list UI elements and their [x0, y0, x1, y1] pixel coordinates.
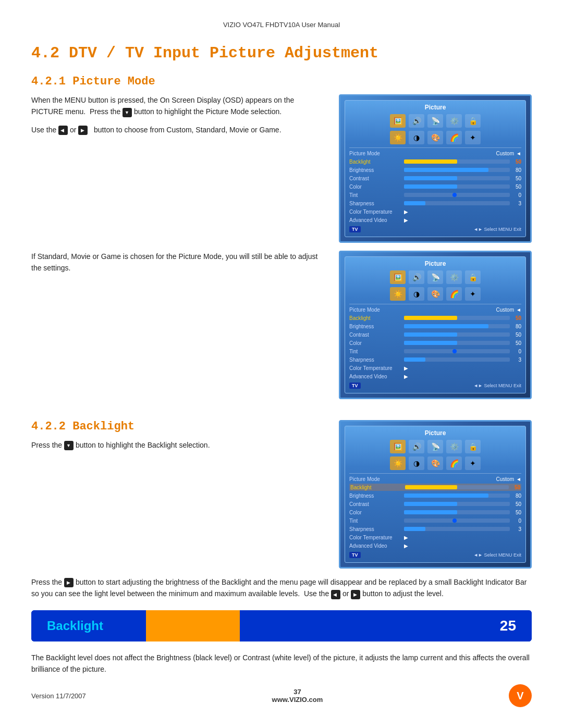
- tv-screen-3: Picture 🖼️ 🔊 📡 ⚙️ 🔒 ☀️ ◑ 🎨 🌈 ✦: [339, 420, 532, 569]
- osd-tnt-row-3: Tint 0: [349, 517, 521, 524]
- icon-row-2a: 🖼️ 🔊 📡 ⚙️ 🔒: [349, 270, 521, 284]
- osd-backlight-fill: [404, 159, 457, 164]
- osd-con-bar-2: [404, 332, 510, 337]
- osd-sh-val-2: 3: [404, 357, 521, 363]
- osd-advanced-value: ▶: [404, 217, 521, 223]
- osd-bl-bar-2: [404, 316, 510, 320]
- osd-sh-fill-2: [404, 357, 425, 362]
- osd-av-arr-3: ▶: [404, 543, 409, 549]
- osd-con-num-3: 50: [512, 501, 521, 507]
- osd-sh-fill-3: [404, 527, 425, 531]
- osd-bl-num-2: 50: [512, 315, 521, 321]
- osd-divider-3: [349, 473, 521, 474]
- page-footer: Version 11/7/2007 37 www.VIZIO.com V: [31, 684, 532, 707]
- osd-col-num-3: 50: [512, 510, 521, 515]
- osd-sh-bar-2: [404, 357, 510, 362]
- osd-icon-bright: ☀️: [390, 131, 406, 144]
- osd-picture-mode-arrow: ◄: [516, 151, 521, 156]
- osd-tint-row: Tint 0: [349, 191, 521, 199]
- osd-brightness-row: Brightness 80: [349, 166, 521, 174]
- osd-sh-label-2: Sharpness: [349, 357, 404, 363]
- page-header: VIZIO VO47L FHDTV10A User Manual: [31, 21, 532, 29]
- osd-con-val-2: 50: [404, 332, 521, 338]
- osd-br-val-2: 80: [404, 324, 521, 329]
- osd-col-row-2: Color 50: [349, 339, 521, 347]
- section-421-text1: When the MENU button is pressed, the On …: [31, 94, 323, 243]
- section-422-title: 4.2.2 Backlight: [31, 420, 323, 433]
- osd-icon-2-contrast: ◑: [409, 287, 424, 301]
- osd-av-label-3: Advanced Video: [349, 543, 404, 549]
- osd-divider-2: [349, 304, 521, 304]
- page-container: VIZIO VO47L FHDTV10A User Manual 4.2 DTV…: [0, 0, 563, 728]
- osd-sh-row-3: Sharpness 3: [349, 525, 521, 533]
- osd-advanced-arrow: ▶: [404, 217, 409, 223]
- osd-bl-row-2: Backlight 50: [349, 314, 521, 322]
- osd-icon-lock: 🔒: [465, 114, 481, 128]
- footer-page-number: 37: [272, 688, 323, 696]
- osd-icon-2-sharp: ✦: [465, 287, 481, 301]
- osd-icon-color: 🎨: [427, 131, 443, 144]
- osd-pm-arr-3: ◄: [516, 476, 521, 482]
- osd-sharpness-label: Sharpness: [349, 201, 404, 206]
- osd-backlight-num: 50: [512, 159, 521, 165]
- osd-icon-3-lock: 🔒: [465, 440, 481, 453]
- osd-title-3: Picture: [349, 429, 521, 437]
- osd-brightness-value: 80: [404, 167, 521, 173]
- osd-select-hint-1: ◄► Select MENU Exit: [473, 227, 521, 232]
- osd-ct-label-3: Color Temperature: [349, 535, 404, 540]
- osd-bl-fill-3: [405, 485, 457, 489]
- section-gap: [31, 407, 532, 420]
- osd-ct-label-2: Color Temperature: [349, 365, 404, 371]
- osd-icon-3-picture: 🖼️: [390, 440, 406, 453]
- osd-brightness-fill: [404, 168, 488, 172]
- osd-tnt-bar-3: [404, 519, 510, 523]
- osd-icon-2-color: 🎨: [427, 287, 443, 301]
- osd-icon-3-bright: ☀️: [390, 456, 406, 470]
- backlight-bar-label: Backlight: [31, 610, 146, 641]
- osd-br-fill-3: [404, 493, 488, 498]
- osd-pm-arrow-2: ◄: [516, 307, 521, 313]
- osd-col-num-2: 50: [512, 340, 521, 346]
- osd-divider-1: [349, 147, 521, 148]
- osd-title-1: Picture: [349, 104, 521, 111]
- osd-color-row: Color 50: [349, 183, 521, 190]
- osd-br-num-3: 80: [512, 493, 521, 499]
- osd-br-val-3: 80: [404, 493, 521, 499]
- osd-backlight-value: 50: [404, 159, 521, 165]
- osd-tv-label-2: TV: [349, 382, 361, 389]
- osd-backlight-bar: [404, 159, 510, 164]
- section-421-text2: If Standard, Movie or Game is chosen for…: [31, 251, 323, 399]
- osd-con-bar-3: [404, 502, 510, 506]
- osd-av-arrow-2: ▶: [404, 374, 409, 379]
- osd-title-2: Picture: [349, 260, 521, 267]
- section-421-row1: When the MENU button is pressed, the On …: [31, 94, 532, 243]
- osd-bl-bar-3: [405, 485, 509, 489]
- osd-icon-2-audio: 🔊: [409, 270, 424, 284]
- osd-backlight-label: Backlight: [349, 159, 404, 165]
- osd-bl-label-2: Backlight: [349, 315, 404, 321]
- osd-bl-val-2: 50: [404, 315, 521, 321]
- icon-row-1: 🖼️ 🔊 📡 ⚙️ 🔒: [349, 114, 521, 128]
- osd-tnt-bar-2: [404, 349, 510, 353]
- right-icon-backlight2: [351, 590, 360, 599]
- osd-pm-mode-3: Custom: [404, 476, 514, 482]
- osd-icon-3-setup: ⚙️: [446, 440, 462, 453]
- osd-icon-2-tint: 🌈: [446, 287, 462, 301]
- right-arrow-icon: [78, 126, 88, 135]
- osd-bl-val-3: 50: [405, 485, 520, 490]
- osd-bl-fill-2: [404, 316, 457, 320]
- osd-con-row-3: Contrast 50: [349, 500, 521, 508]
- osd-tv-label-3: TV: [349, 552, 361, 558]
- osd-br-fill-2: [404, 324, 488, 328]
- osd-icon-tint: 🌈: [446, 131, 462, 144]
- osd-con-row-2: Contrast 50: [349, 331, 521, 338]
- osd-footer-1: TV ◄► Select MENU Exit: [349, 226, 521, 232]
- osd-tint-num: 0: [512, 192, 521, 198]
- osd-panel-1: Picture 🖼️ 🔊 📡 ⚙️ 🔒 ☀️ ◑ 🎨 🌈 ✦: [345, 100, 526, 237]
- osd-footer-2: TV ◄► Select MENU Exit: [349, 382, 521, 389]
- osd-ct-row-2: Color Temperature ▶: [349, 364, 521, 372]
- osd-icon-picture: 🖼️: [390, 114, 406, 128]
- osd-advanced-label: Advanced Video: [349, 217, 404, 223]
- header-title: VIZIO VO47L FHDTV10A User Manual: [223, 21, 340, 29]
- osd-color-temp-value: ▶: [404, 209, 521, 215]
